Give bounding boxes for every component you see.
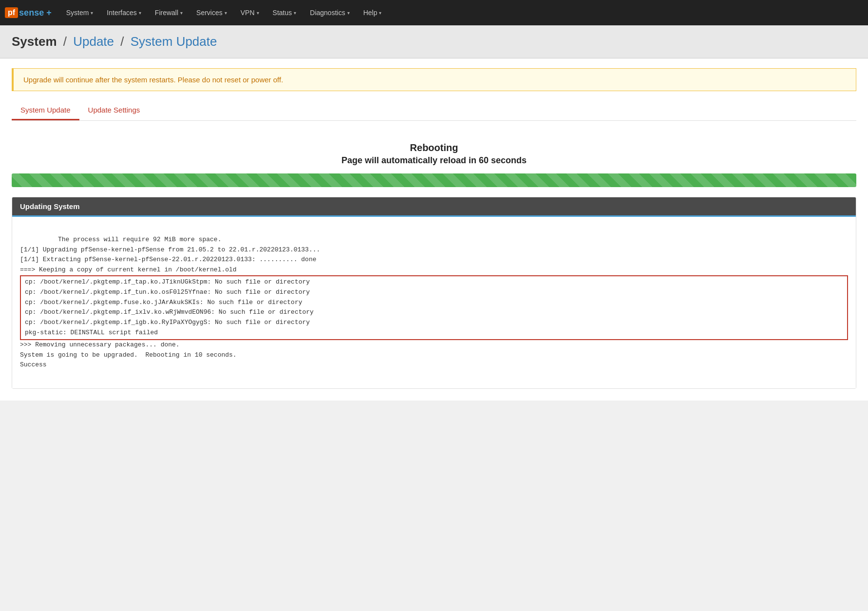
brand: pf sense + bbox=[5, 7, 52, 18]
reboot-title: Rebooting bbox=[12, 142, 856, 153]
console-after: >>> Removing unnecessary packages... don… bbox=[20, 341, 237, 369]
page-wrapper: System / Update / System Update Upgrade … bbox=[0, 25, 868, 401]
progress-bar-container bbox=[12, 173, 856, 187]
panel-header: Updating System bbox=[12, 197, 856, 215]
breadcrumb-system-update[interactable]: System Update bbox=[131, 34, 217, 49]
tabs-bar: System Update Update Settings bbox=[12, 101, 856, 121]
breadcrumb: System / Update / System Update bbox=[12, 34, 856, 49]
breadcrumb-sep-2: / bbox=[120, 34, 127, 49]
nav-help[interactable]: Help ▾ bbox=[357, 0, 389, 25]
nav-services[interactable]: Services ▾ bbox=[189, 0, 234, 25]
nav-vpn[interactable]: VPN ▾ bbox=[234, 0, 266, 25]
chevron-down-icon: ▾ bbox=[225, 10, 227, 16]
reboot-subtitle: Page will automatically reload in 60 sec… bbox=[12, 155, 856, 166]
chevron-down-icon: ▾ bbox=[347, 10, 350, 16]
tab-update-settings[interactable]: Update Settings bbox=[79, 101, 149, 120]
console-output: The process will require 92 MiB more spa… bbox=[20, 225, 848, 381]
alert-message: Upgrade will continue after the system r… bbox=[23, 76, 283, 84]
nav-firewall[interactable]: Firewall ▾ bbox=[148, 0, 189, 25]
nav-status[interactable]: Status ▾ bbox=[266, 0, 303, 25]
console-error-block: cp: /boot/kernel/.pkgtemp.if_tap.ko.JTik… bbox=[20, 329, 848, 336]
console-before: The process will require 92 MiB more spa… bbox=[20, 236, 320, 273]
reboot-message: Rebooting Page will automatically reload… bbox=[12, 142, 856, 166]
breadcrumb-system: System bbox=[12, 34, 57, 49]
chevron-down-icon: ▾ bbox=[294, 10, 296, 16]
breadcrumb-bar: System / Update / System Update bbox=[0, 25, 868, 58]
progress-bar-fill bbox=[12, 173, 856, 187]
breadcrumb-update[interactable]: Update bbox=[73, 34, 114, 49]
chevron-down-icon: ▾ bbox=[91, 10, 93, 16]
chevron-down-icon: ▾ bbox=[139, 10, 141, 16]
chevron-down-icon: ▾ bbox=[379, 10, 381, 16]
pfsense-plus: sense + bbox=[19, 8, 52, 18]
navbar: pf sense + System ▾ Interfaces ▾ Firewal… bbox=[0, 0, 868, 25]
chevron-down-icon: ▾ bbox=[257, 10, 259, 16]
main-content: Rebooting Page will automatically reload… bbox=[0, 121, 868, 401]
error-lines-box: cp: /boot/kernel/.pkgtemp.if_tap.ko.JTik… bbox=[20, 275, 848, 340]
nav-system[interactable]: System ▾ bbox=[59, 0, 100, 25]
chevron-down-icon: ▾ bbox=[180, 10, 183, 16]
panel-body: The process will require 92 MiB more spa… bbox=[12, 215, 856, 388]
nav-interfaces[interactable]: Interfaces ▾ bbox=[100, 0, 148, 25]
tab-system-update[interactable]: System Update bbox=[12, 101, 79, 120]
nav-diagnostics[interactable]: Diagnostics ▾ bbox=[303, 0, 356, 25]
breadcrumb-sep-1: / bbox=[63, 34, 70, 49]
pfsense-logo: pf bbox=[5, 7, 18, 18]
alert-warning: Upgrade will continue after the system r… bbox=[12, 68, 856, 91]
updating-system-panel: Updating System The process will require… bbox=[12, 197, 856, 389]
